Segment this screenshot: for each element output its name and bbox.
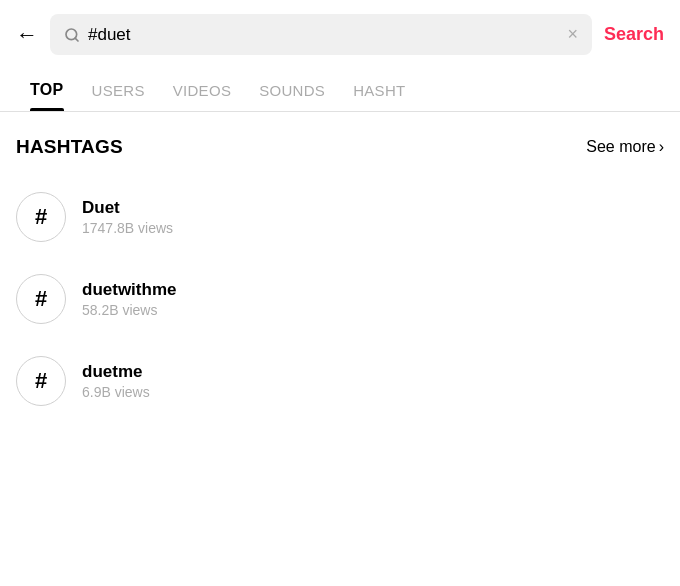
hashtag-info: duetme 6.9B views xyxy=(82,362,664,400)
hashtag-item[interactable]: # Duet 1747.8B views xyxy=(16,176,664,258)
search-icon xyxy=(64,27,80,43)
tab-users[interactable]: USERS xyxy=(78,70,159,111)
hashtag-views: 6.9B views xyxy=(82,384,664,400)
hashtag-name: Duet xyxy=(82,198,664,218)
hashtags-title: HASHTAGS xyxy=(16,136,123,158)
tab-videos[interactable]: VIDEOS xyxy=(159,70,245,111)
hashtag-info: Duet 1747.8B views xyxy=(82,198,664,236)
header: ← × Search xyxy=(0,0,680,69)
hashtag-icon: # xyxy=(16,356,66,406)
hashtag-info: duetwithme 58.2B views xyxy=(82,280,664,318)
hashtag-name: duetwithme xyxy=(82,280,664,300)
hashtag-list: # Duet 1747.8B views # duetwithme 58.2B … xyxy=(16,176,664,422)
back-arrow-icon: ← xyxy=(16,24,38,46)
tab-hashtags[interactable]: HASHT xyxy=(339,70,419,111)
hashtag-item[interactable]: # duetme 6.9B views xyxy=(16,340,664,422)
hashtag-views: 1747.8B views xyxy=(82,220,664,236)
hashtag-icon: # xyxy=(16,274,66,324)
hashtags-section-header: HASHTAGS See more › xyxy=(16,136,664,158)
clear-button[interactable]: × xyxy=(567,24,578,45)
search-input[interactable] xyxy=(88,25,559,45)
search-bar: × xyxy=(50,14,592,55)
back-button[interactable]: ← xyxy=(16,24,38,46)
tab-sounds[interactable]: SOUNDS xyxy=(245,70,339,111)
main-content: HASHTAGS See more › # Duet 1747.8B views… xyxy=(0,112,680,422)
search-button[interactable]: Search xyxy=(604,24,664,45)
tabs-bar: TOP USERS VIDEOS SOUNDS HASHT xyxy=(0,69,680,112)
chevron-right-icon: › xyxy=(659,138,664,156)
hashtag-views: 58.2B views xyxy=(82,302,664,318)
tab-top[interactable]: TOP xyxy=(16,69,78,111)
clear-icon: × xyxy=(567,24,578,45)
hashtag-icon: # xyxy=(16,192,66,242)
see-more-button[interactable]: See more › xyxy=(586,138,664,156)
hashtag-item[interactable]: # duetwithme 58.2B views xyxy=(16,258,664,340)
svg-line-1 xyxy=(75,38,78,41)
hashtag-name: duetme xyxy=(82,362,664,382)
see-more-label: See more xyxy=(586,138,655,156)
